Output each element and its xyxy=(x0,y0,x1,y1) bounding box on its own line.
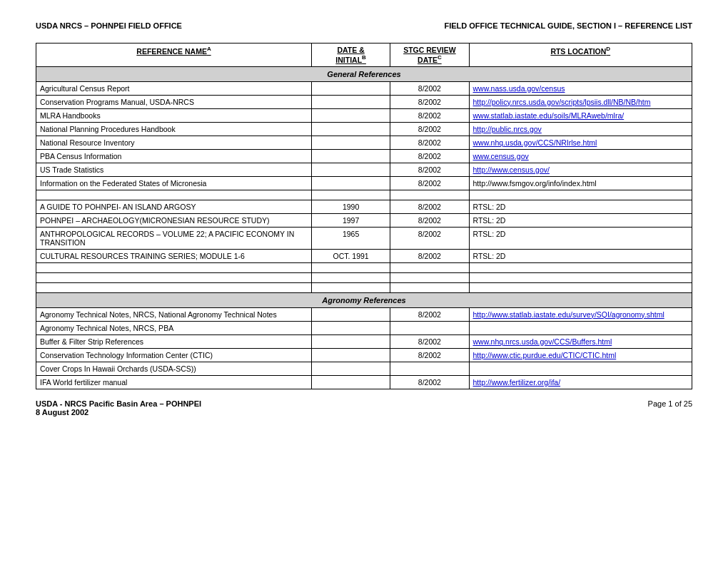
table-row xyxy=(36,282,692,292)
cell-stgc: 8/2002 xyxy=(390,348,469,362)
table-row: Agronomy Technical Notes, NRCS, PBA xyxy=(36,321,692,334)
cell-date xyxy=(311,163,390,176)
cell-date xyxy=(311,321,390,334)
rts-link[interactable]: http://policy.nrcs.usda.gov/scripts/lpsi… xyxy=(473,98,651,106)
cell-date xyxy=(311,348,390,362)
cell-rts[interactable]: http://public.nrcs.gov xyxy=(469,122,692,136)
table-row: Conservation Programs Manual, USDA-NRCS8… xyxy=(36,95,692,108)
cell-rts[interactable]: www.statlab.iastate.edu/soils/MLRAweb/ml… xyxy=(469,108,692,122)
rts-link[interactable]: http://public.nrcs.gov xyxy=(473,125,542,133)
table-row: ANTHROPOLOGICAL RECORDS – VOLUME 22; A P… xyxy=(36,227,692,249)
table-row xyxy=(36,190,692,200)
rts-link[interactable]: www.nhq.usda.gov/CCS/NRIrlse.html xyxy=(473,138,597,147)
table-row: CULTURAL RESOURCES TRAINING SERIES; MODU… xyxy=(36,249,692,262)
table-row xyxy=(36,272,692,282)
cell-stgc: 8/2002 xyxy=(390,249,469,262)
cell-rts[interactable]: www.nhq.usda.gov/CCS/NRIrlse.html xyxy=(469,136,692,149)
cell-rts[interactable]: http://www.fertilizer.org/ifa/ xyxy=(469,375,692,389)
cell-rts[interactable]: www.nass.usda.gov/census xyxy=(469,81,692,95)
page-header: USDA NRCS – POHNPEI FIELD OFFICE FIELD O… xyxy=(36,21,692,30)
cell-rts[interactable]: www.nhq.nrcs.usda.gov/CCS/Buffers.html xyxy=(469,334,692,348)
rts-link[interactable]: www.statlab.iastate.edu/soils/MLRAweb/ml… xyxy=(473,111,625,120)
cell-stgc: 8/2002 xyxy=(390,200,469,213)
col-header-stgc: STGC REVIEWDATEC xyxy=(390,44,469,67)
header-right: FIELD OFFICE TECHNICAL GUIDE, SECTION I … xyxy=(444,21,692,30)
rts-link[interactable]: http://www.ctic.purdue.edu/CTIC/CTIC.htm… xyxy=(473,351,617,359)
rts-link[interactable]: http://www.fertilizer.org/ifa/ xyxy=(473,378,561,387)
cell-rts xyxy=(469,321,692,334)
cell-name: ANTHROPOLOGICAL RECORDS – VOLUME 22; A P… xyxy=(36,227,312,249)
rts-link[interactable]: www.census.gov xyxy=(473,152,529,160)
cell-stgc: 8/2002 xyxy=(390,227,469,249)
cell-rts[interactable]: http://www.census.gov/ xyxy=(469,163,692,176)
cell-date xyxy=(311,136,390,149)
cell-rts[interactable]: www.census.gov xyxy=(469,149,692,163)
cell-name: MLRA Handbooks xyxy=(36,108,312,122)
footer-left: USDA - NRCS Pacific Basin Area – POHNPEI… xyxy=(36,399,201,417)
section-title: General References xyxy=(36,66,692,81)
cell-date xyxy=(311,272,390,282)
col-header-name: REFERENCE NAMEA xyxy=(36,44,312,67)
cell-stgc: 8/2002 xyxy=(390,95,469,108)
cell-name: Conservation Technology Information Cent… xyxy=(36,348,312,362)
cell-name: Cover Crops In Hawaii Orchards (USDA-SCS… xyxy=(36,362,312,375)
table-row: Buffer & Filter Strip References8/2002ww… xyxy=(36,334,692,348)
cell-date xyxy=(311,122,390,136)
cell-name: POHNPEI – ARCHAEOLOGY(MICRONESIAN RESOUR… xyxy=(36,213,312,227)
cell-rts xyxy=(469,262,692,272)
section-header-row: General References xyxy=(36,66,692,81)
cell-stgc: 8/2002 xyxy=(390,163,469,176)
cell-rts xyxy=(469,190,692,200)
cell-stgc xyxy=(390,262,469,272)
section-title: Agronomy References xyxy=(36,292,692,307)
table-row: National Planning Procedures Handbook8/2… xyxy=(36,122,692,136)
rts-link[interactable]: www.nass.usda.gov/census xyxy=(473,84,565,93)
table-row: A GUIDE TO POHNPEI- AN ISLAND ARGOSY1990… xyxy=(36,200,692,213)
rts-link[interactable]: http://www.census.gov/ xyxy=(473,165,550,174)
cell-name xyxy=(36,272,312,282)
cell-name: IFA World fertilizer manual xyxy=(36,375,312,389)
cell-stgc xyxy=(390,272,469,282)
cell-name: A GUIDE TO POHNPEI- AN ISLAND ARGOSY xyxy=(36,200,312,213)
cell-name: National Resource Inventory xyxy=(36,136,312,149)
footer-date: 8 August 2002 xyxy=(36,408,201,417)
cell-stgc: 8/2002 xyxy=(390,122,469,136)
cell-date: 1990 xyxy=(311,200,390,213)
footer-page: Page 1 of 25 xyxy=(648,399,692,417)
col-header-rts: RTS LOCATIOND xyxy=(469,44,692,67)
cell-name xyxy=(36,282,312,292)
cell-rts: RTSL: 2D xyxy=(469,227,692,249)
rts-link[interactable]: www.nhq.nrcs.usda.gov/CCS/Buffers.html xyxy=(473,337,612,346)
cell-date xyxy=(311,362,390,375)
cell-name: US Trade Statistics xyxy=(36,163,312,176)
cell-stgc: 8/2002 xyxy=(390,375,469,389)
cell-date xyxy=(311,282,390,292)
table-row: Conservation Technology Information Cent… xyxy=(36,348,692,362)
cell-name: Information on the Federated States of M… xyxy=(36,176,312,190)
cell-date xyxy=(311,81,390,95)
cell-name xyxy=(36,190,312,200)
cell-rts: RTSL: 2D xyxy=(469,213,692,227)
page-footer: USDA - NRCS Pacific Basin Area – POHNPEI… xyxy=(36,399,692,417)
footer-agency: USDA - NRCS Pacific Basin Area – POHNPEI xyxy=(36,399,201,408)
cell-stgc xyxy=(390,282,469,292)
table-row: National Resource Inventory8/2002www.nhq… xyxy=(36,136,692,149)
cell-name: Agronomy Technical Notes, NRCS, PBA xyxy=(36,321,312,334)
cell-stgc: 8/2002 xyxy=(390,108,469,122)
cell-rts[interactable]: http://www.statlab.iastate.edu/survey/SQ… xyxy=(469,307,692,321)
cell-date xyxy=(311,375,390,389)
table-row xyxy=(36,262,692,272)
cell-stgc: 8/2002 xyxy=(390,213,469,227)
table-row: Cover Crops In Hawaii Orchards (USDA-SCS… xyxy=(36,362,692,375)
cell-name: Buffer & Filter Strip References xyxy=(36,334,312,348)
cell-stgc xyxy=(390,321,469,334)
cell-rts xyxy=(469,272,692,282)
table-row: PBA Census Information8/2002www.census.g… xyxy=(36,149,692,163)
cell-rts[interactable]: http://www.ctic.purdue.edu/CTIC/CTIC.htm… xyxy=(469,348,692,362)
cell-date: 1965 xyxy=(311,227,390,249)
rts-link[interactable]: http://www.statlab.iastate.edu/survey/SQ… xyxy=(473,310,664,319)
cell-rts[interactable]: http://policy.nrcs.usda.gov/scripts/lpsi… xyxy=(469,95,692,108)
cell-date: OCT. 1991 xyxy=(311,249,390,262)
cell-rts: RTSL: 2D xyxy=(469,249,692,262)
cell-date xyxy=(311,307,390,321)
